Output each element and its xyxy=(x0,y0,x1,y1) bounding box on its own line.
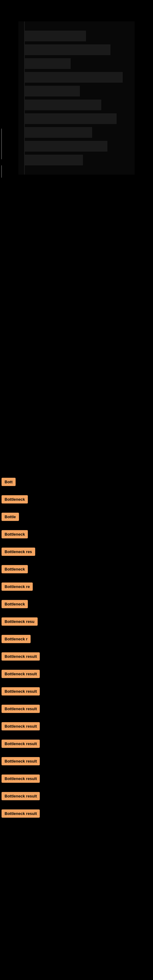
site-title xyxy=(0,0,153,6)
bottleneck-item-13: Bottleneck result xyxy=(0,687,153,695)
bottleneck-badge-1: Bott xyxy=(2,478,16,486)
bottleneck-badge-9: Bottleneck resu xyxy=(2,617,38,626)
svg-rect-4 xyxy=(25,58,71,69)
bottleneck-item-7: Bottleneck re xyxy=(0,582,153,591)
bottleneck-item-10: Bottleneck r xyxy=(0,635,153,643)
bottleneck-badge-2: Bottleneck xyxy=(2,495,28,503)
bottleneck-item-11: Bottleneck result xyxy=(0,652,153,660)
bottleneck-item-18: Bottleneck result xyxy=(0,775,153,783)
bottleneck-list: BottBottleneckBottleBottleneckBottleneck… xyxy=(0,190,153,818)
bottleneck-item-19: Bottleneck result xyxy=(0,792,153,800)
svg-rect-3 xyxy=(25,45,110,55)
bottleneck-item-5: Bottleneck res xyxy=(0,547,153,556)
bottleneck-item-20: Bottleneck result xyxy=(0,810,153,818)
bottleneck-item-2: Bottleneck xyxy=(0,495,153,503)
bottleneck-item-3: Bottle xyxy=(0,513,153,521)
bottleneck-item-4: Bottleneck xyxy=(0,530,153,538)
svg-rect-9 xyxy=(25,127,92,138)
bottleneck-badge-13: Bottleneck result xyxy=(2,687,40,695)
bottleneck-item-6: Bottleneck xyxy=(0,565,153,573)
bottleneck-item-9: Bottleneck resu xyxy=(0,617,153,626)
svg-rect-7 xyxy=(25,100,101,110)
bottleneck-badge-18: Bottleneck result xyxy=(2,775,40,783)
bottleneck-badge-8: Bottleneck xyxy=(2,600,28,608)
bar-chart xyxy=(0,6,153,190)
bottleneck-item-16: Bottleneck result xyxy=(0,740,153,748)
bottleneck-badge-15: Bottleneck result xyxy=(2,722,40,730)
bottleneck-badge-3: Bottle xyxy=(2,513,19,521)
bottleneck-badge-19: Bottleneck result xyxy=(2,792,40,800)
svg-rect-5 xyxy=(25,72,123,83)
bottleneck-badge-16: Bottleneck result xyxy=(2,740,40,748)
svg-rect-10 xyxy=(25,141,107,151)
bottleneck-badge-7: Bottleneck re xyxy=(2,582,33,591)
bottleneck-badge-14: Bottleneck result xyxy=(2,705,40,713)
chart-area xyxy=(0,6,153,190)
bottleneck-badge-12: Bottleneck result xyxy=(2,670,40,678)
bottleneck-badge-6: Bottleneck xyxy=(2,565,28,573)
spacer-top xyxy=(0,190,153,478)
svg-rect-6 xyxy=(25,86,80,97)
bottleneck-badge-17: Bottleneck result xyxy=(2,757,40,765)
bottleneck-item-14: Bottleneck result xyxy=(0,705,153,713)
bottleneck-item-17: Bottleneck result xyxy=(0,757,153,765)
bottleneck-item-1: Bott xyxy=(0,478,153,486)
bottleneck-badge-5: Bottleneck res xyxy=(2,547,35,556)
svg-rect-11 xyxy=(25,155,83,165)
bottleneck-badge-10: Bottleneck r xyxy=(2,635,30,643)
bottleneck-badge-20: Bottleneck result xyxy=(2,810,40,818)
bottleneck-item-15: Bottleneck result xyxy=(0,722,153,730)
results-container: BottBottleneckBottleBottleneckBottleneck… xyxy=(0,190,153,818)
svg-rect-8 xyxy=(25,113,116,124)
bottleneck-badge-4: Bottleneck xyxy=(2,530,28,538)
bottleneck-badge-11: Bottleneck result xyxy=(2,652,40,660)
bottleneck-item-8: Bottleneck xyxy=(0,600,153,608)
bottleneck-item-12: Bottleneck result xyxy=(0,670,153,678)
svg-rect-2 xyxy=(25,30,86,41)
